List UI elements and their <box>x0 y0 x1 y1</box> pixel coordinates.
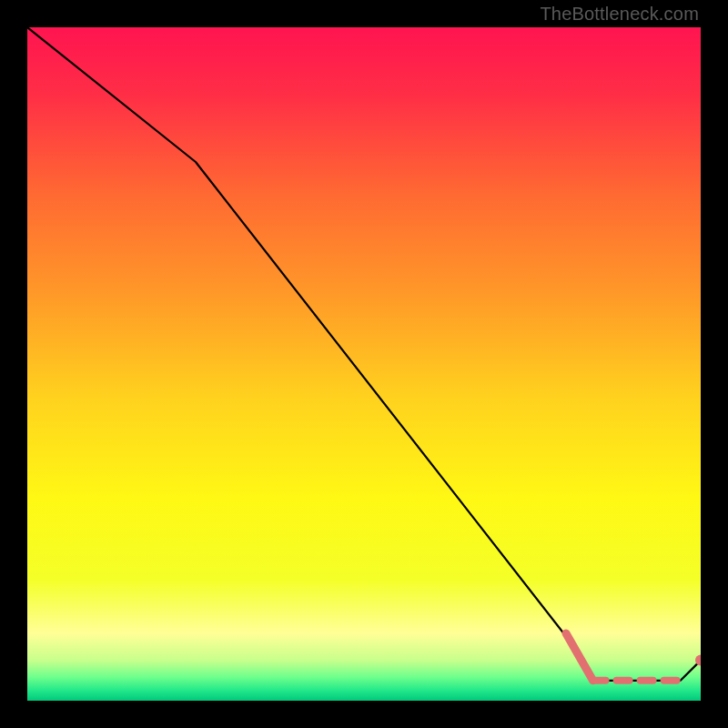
chart-canvas <box>27 27 701 701</box>
gradient-background <box>27 27 701 701</box>
watermark-text: TheBottleneck.com <box>540 4 699 25</box>
